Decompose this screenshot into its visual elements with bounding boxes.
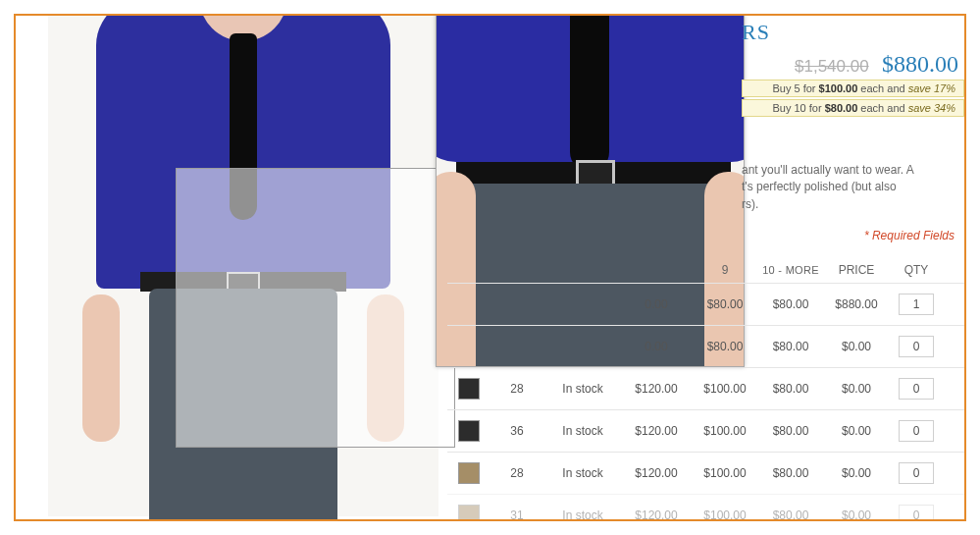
tier1-prefix: Buy 5 for [772, 82, 818, 94]
tier1-price: 0.00 [622, 340, 691, 353]
tier-price-1: Buy 5 for $100.00 each and save 17% [742, 80, 964, 97]
table-row: 36In stock$120.00$100.00$80.00$0.00 [447, 409, 964, 452]
stock-status: In stock [543, 466, 622, 480]
tier3-price: $80.00 [759, 508, 822, 521]
zoom-viewport-indicator[interactable] [176, 168, 455, 448]
size-value: 36 [490, 424, 543, 438]
zoom-tie [570, 14, 609, 172]
tier1-price: 0.00 [622, 297, 691, 311]
tier2-price: $100.00 [691, 466, 759, 480]
table-row: 28In stock$120.00$100.00$80.00$0.00 [447, 452, 964, 494]
product-title-fragment: rs [742, 20, 964, 45]
tier3-price: $80.00 [759, 424, 822, 438]
row-subtotal: $0.00 [822, 382, 891, 396]
size-value: 28 [490, 382, 543, 396]
tier2-prefix: Buy 10 for [772, 102, 824, 114]
row-subtotal: $880.00 [822, 297, 891, 311]
qty-input[interactable] [899, 336, 934, 357]
table-row: 28In stock$120.00$100.00$80.00$0.00 [447, 367, 964, 409]
tier3-price: $80.00 [759, 340, 822, 353]
tier1-price: $120.00 [622, 424, 691, 438]
tier1-price: $120.00 [622, 508, 691, 521]
color-swatch[interactable] [458, 420, 480, 442]
row-subtotal: $0.00 [822, 340, 891, 353]
size-value: 31 [490, 508, 543, 521]
tier1-price: $120.00 [622, 466, 691, 480]
table-header: 9 10 - MORE PRICE QTY [447, 257, 964, 283]
product-image[interactable] [48, 16, 438, 516]
stock-status: In stock [543, 508, 622, 521]
qty-input[interactable] [899, 378, 934, 400]
tier3-price: $80.00 [759, 382, 822, 396]
tier2-mid: each and [857, 102, 907, 114]
tier2-price: $100.00 [691, 424, 759, 438]
size-value: 28 [490, 466, 543, 480]
color-swatch[interactable] [458, 505, 480, 521]
col-tier2-frag: 9 [691, 263, 759, 277]
product-description: ant you'll actually want to wear. A t's … [742, 162, 964, 213]
tier2-price: $100.00 [691, 382, 759, 396]
color-swatch[interactable] [458, 378, 480, 400]
row-subtotal: $0.00 [822, 508, 891, 521]
tier2-save: save 34% [908, 102, 955, 114]
tier-price-2: Buy 10 for $80.00 each and save 34% [742, 99, 964, 117]
row-subtotal: $0.00 [822, 466, 891, 480]
qty-input[interactable] [899, 294, 934, 315]
tier1-amount: $100.00 [819, 82, 858, 94]
table-row: 31In stock$120.00$100.00$80.00$0.00 [447, 494, 964, 521]
col-qty: QTY [891, 263, 942, 277]
product-frame: rs $1,540.00 $880.00 Buy 5 for $100.00 e… [14, 14, 966, 521]
desc-line-1: ant you'll actually want to wear. A [742, 162, 964, 179]
price-block: $1,540.00 $880.00 [742, 51, 964, 78]
required-fields-label: * Required Fields [742, 229, 964, 242]
tier2-amount: $80.00 [825, 102, 858, 114]
tier2-price: $100.00 [691, 508, 759, 521]
tier3-price: $80.00 [759, 466, 822, 480]
tier3-price: $80.00 [759, 297, 822, 311]
current-price: $880.00 [882, 51, 958, 77]
stock-status: In stock [543, 424, 622, 438]
old-price: $1,540.00 [795, 57, 869, 76]
col-price: PRICE [822, 263, 891, 277]
col-tier3: 10 - MORE [759, 264, 822, 276]
tier2-price: $80.00 [691, 297, 759, 311]
row-subtotal: $0.00 [822, 424, 891, 438]
tier1-mid: each and [857, 82, 907, 94]
tier1-save: save 17% [908, 82, 955, 94]
stock-status: In stock [543, 382, 622, 396]
table-row: 0.00$80.00$80.00$880.00 [447, 283, 964, 325]
table-row: 0.00$80.00$80.00$0.00 [447, 325, 964, 367]
desc-line-3: rs). [742, 196, 964, 213]
arm-left-shape [82, 294, 120, 442]
grouped-product-table: 9 10 - MORE PRICE QTY 0.00$80.00$80.00$8… [447, 257, 964, 521]
tier1-price: $120.00 [622, 382, 691, 396]
qty-input[interactable] [899, 420, 934, 442]
qty-input[interactable] [899, 505, 934, 521]
qty-input[interactable] [899, 462, 934, 484]
desc-line-2: t's perfectly polished (but also [742, 179, 964, 195]
tier2-price: $80.00 [691, 340, 759, 353]
color-swatch[interactable] [458, 462, 480, 484]
